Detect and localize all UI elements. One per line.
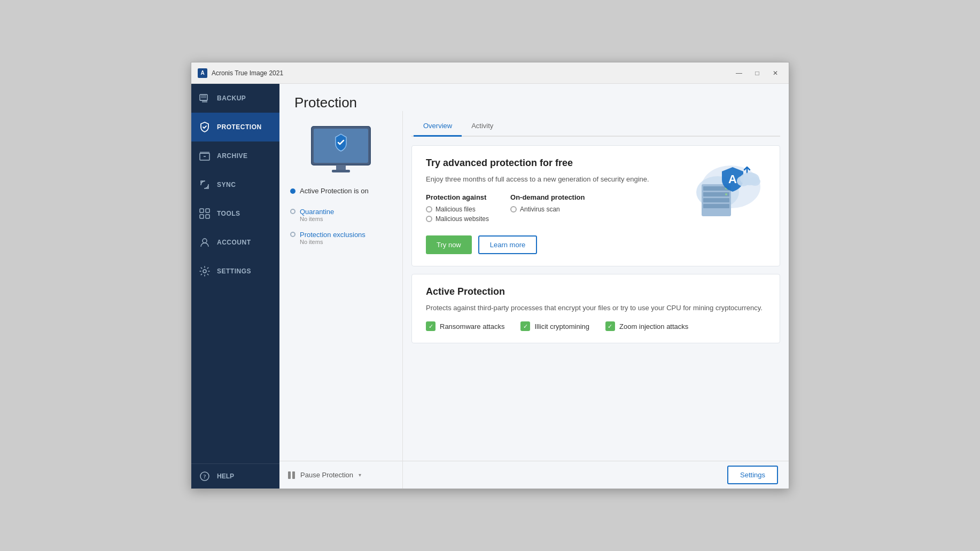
learn-more-button[interactable]: Learn more — [478, 235, 537, 254]
sidebar-item-settings[interactable]: Settings — [191, 257, 279, 286]
account-icon — [199, 237, 211, 248]
settings-button[interactable]: Settings — [727, 466, 778, 484]
radio-malicious-files — [426, 206, 432, 212]
archive-icon — [199, 150, 211, 162]
main-body: Active Protection is on Quarantine No it… — [279, 111, 789, 489]
backup-icon — [199, 92, 211, 104]
sidebar: Backup Protection — [191, 84, 279, 489]
sync-icon — [199, 179, 211, 191]
feature-malicious-websites: Malicious websites — [426, 215, 489, 223]
sidebar-label-protection: Protection — [217, 123, 262, 131]
check-ransomware: ✓ — [426, 321, 435, 331]
quarantine-subtitle: No items — [300, 216, 334, 222]
svg-rect-5 — [200, 152, 209, 154]
protection-status: Active Protection is on — [290, 187, 369, 195]
chevron-down-icon: ▾ — [359, 472, 361, 478]
ransomware-label: Ransomware attacks — [440, 322, 504, 330]
bottom-bar-right: Settings — [403, 461, 789, 489]
sidebar-item-tools[interactable]: Tools — [191, 199, 279, 228]
cryptomining-label: Illicit cryptomining — [534, 322, 589, 330]
quarantine-dot — [290, 209, 295, 214]
maximize-button[interactable]: □ — [750, 68, 764, 78]
pause-icon — [288, 471, 295, 479]
ondemand-heading: On-demand protection — [510, 193, 585, 201]
ap-description: Protects against third-party processes t… — [426, 303, 766, 313]
status-dot — [290, 188, 295, 194]
right-panel: Overview Activity Try advanced protectio… — [403, 111, 789, 489]
promo-title: Try advanced protection for free — [426, 158, 675, 169]
sidebar-label-archive: Archive — [217, 152, 248, 160]
protection-against-col: Protection against Malicious files Malic… — [426, 193, 489, 225]
svg-rect-17 — [336, 165, 346, 170]
svg-point-12 — [203, 270, 206, 273]
ap-title: Active Protection — [426, 286, 766, 297]
svg-text:?: ? — [204, 474, 206, 479]
help-label: Help — [217, 473, 234, 480]
svg-rect-2 — [202, 101, 207, 103]
sidebar-label-account: Account — [217, 239, 251, 246]
left-panel: Active Protection is on Quarantine No it… — [279, 111, 402, 461]
sidebar-item-sync[interactable]: Sync — [191, 170, 279, 199]
promo-buttons: Try now Learn more — [426, 235, 675, 254]
app-icon: A — [198, 68, 207, 78]
protection-against-heading: Protection against — [426, 193, 489, 201]
tab-overview[interactable]: Overview — [414, 116, 462, 137]
main-content-area: Protection — [279, 84, 789, 489]
tabs-bar: Overview Activity — [411, 116, 780, 137]
tools-icon — [199, 208, 211, 219]
try-now-button[interactable]: Try now — [426, 235, 472, 254]
close-button[interactable]: ✕ — [768, 68, 782, 78]
promo-features: Protection against Malicious files Malic… — [426, 193, 675, 225]
radio-malicious-websites — [426, 216, 432, 222]
promo-illustration: A — [686, 158, 766, 227]
feature-ransomware: ✓ Ransomware attacks — [426, 321, 504, 331]
promo-card: Try advanced protection for free Enjoy t… — [411, 145, 780, 266]
sidebar-item-protection[interactable]: Protection — [191, 113, 279, 141]
cards-container: Try advanced protection for free Enjoy t… — [403, 137, 789, 461]
exclusions-title: Protection exclusions — [300, 231, 365, 239]
active-protection-card: Active Protection Protects against third… — [411, 274, 780, 344]
promo-description: Enjoy three months of full access to a n… — [426, 174, 675, 185]
pause-protection-button[interactable]: Pause Protection ▾ — [288, 471, 361, 479]
feature-antivirus-scan: Antivirus scan — [510, 206, 585, 213]
promo-content: Try advanced protection for free Enjoy t… — [426, 158, 675, 254]
zoom-injection-label: Zoom injection attacks — [619, 322, 688, 330]
feature-malicious-files: Malicious files — [426, 206, 489, 213]
page-title: Protection — [294, 95, 774, 111]
sidebar-label-sync: Sync — [217, 181, 236, 188]
sidebar-bottom: ? Help — [191, 463, 279, 489]
bottom-bar-left: Pause Protection ▾ — [279, 461, 402, 489]
sidebar-item-account[interactable]: Account — [191, 228, 279, 257]
svg-point-31 — [750, 177, 760, 186]
quarantine-link[interactable]: Quarantine No items — [290, 208, 334, 222]
help-icon: ? — [199, 470, 211, 482]
sidebar-label-settings: Settings — [217, 267, 251, 275]
exclusions-subtitle: No items — [300, 239, 365, 245]
window-title: Acronis True Image 2021 — [212, 69, 732, 77]
quarantine-title: Quarantine — [300, 208, 334, 216]
app-body: Backup Protection — [191, 84, 789, 489]
sidebar-nav: Backup Protection — [191, 84, 279, 463]
tab-activity[interactable]: Activity — [462, 116, 503, 137]
window-controls: — □ ✕ — [732, 68, 782, 78]
svg-rect-9 — [200, 215, 204, 218]
feature-zoom-injection: ✓ Zoom injection attacks — [605, 321, 688, 331]
sidebar-item-backup[interactable]: Backup — [191, 84, 279, 113]
settings-icon — [199, 265, 211, 277]
svg-rect-10 — [206, 215, 209, 218]
main-header: Protection — [279, 84, 789, 111]
settings-btn-wrap: Settings — [727, 466, 778, 484]
svg-rect-18 — [332, 170, 350, 172]
feature-cryptomining: ✓ Illicit cryptomining — [520, 321, 589, 331]
pause-label: Pause Protection — [300, 471, 353, 479]
check-zoom-injection: ✓ — [605, 321, 615, 331]
svg-point-11 — [203, 239, 207, 243]
check-cryptomining: ✓ — [520, 321, 530, 331]
svg-rect-1 — [201, 95, 206, 98]
exclusions-link[interactable]: Protection exclusions No items — [290, 231, 365, 245]
sidebar-item-archive[interactable]: Archive — [191, 141, 279, 170]
sidebar-item-help[interactable]: ? Help — [199, 470, 272, 482]
minimize-button[interactable]: — — [732, 68, 746, 78]
svg-rect-7 — [200, 209, 204, 212]
ap-features: ✓ Ransomware attacks ✓ Illicit cryptomin… — [426, 321, 766, 331]
